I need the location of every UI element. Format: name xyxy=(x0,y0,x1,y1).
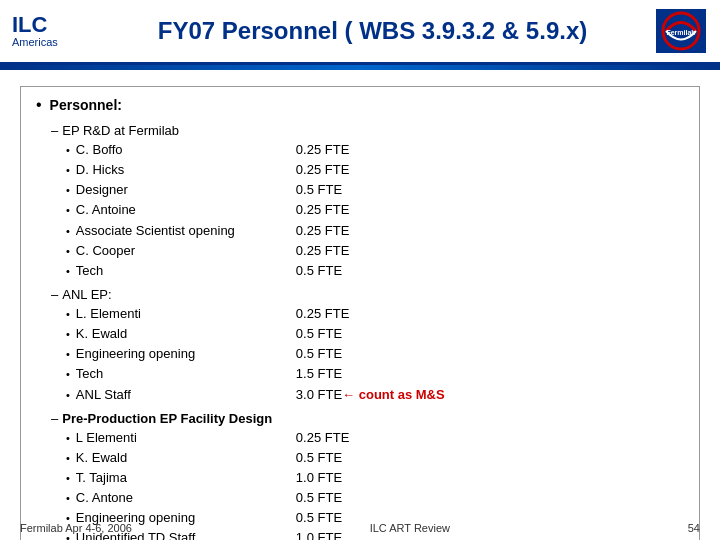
list-item: C. Antoine0.25 FTE xyxy=(66,200,684,220)
item-name: ANL Staff xyxy=(76,385,296,405)
footer-right: 54 xyxy=(688,522,700,534)
item-fte: 0.5 FTE xyxy=(296,344,342,364)
list-item: L. Elementi0.25 FTE xyxy=(66,304,684,324)
group-items-anl-ep: L. Elementi0.25 FTEK. Ewald0.5 FTEEngine… xyxy=(36,304,684,405)
list-item: C. Cooper0.25 FTE xyxy=(66,241,684,261)
svg-text:Fermilab: Fermilab xyxy=(666,29,695,36)
item-fte: 0.25 FTE xyxy=(296,140,349,160)
item-fte: 0.5 FTE xyxy=(296,180,342,200)
main-content: • Personnel: – EP R&D at FermilabC. Boff… xyxy=(0,70,720,540)
list-item: K. Ewald0.5 FTE xyxy=(66,448,684,468)
item-fte: 0.5 FTE xyxy=(296,448,342,468)
group-items-ep-rd: C. Boffo0.25 FTED. Hicks0.25 FTEDesigner… xyxy=(36,140,684,281)
org-sub: Americas xyxy=(12,36,92,48)
list-item: T. Tajima1.0 FTE xyxy=(66,468,684,488)
item-fte: 1.5 FTE xyxy=(296,364,342,384)
group-label-text: Pre-Production EP Facility Design xyxy=(62,411,272,426)
group-label-text: EP R&D at Fermilab xyxy=(62,123,179,138)
item-name: Designer xyxy=(76,180,296,200)
footer-left: Fermilab Apr 4-6, 2006 xyxy=(20,522,132,534)
item-fte: 3.0 FTE xyxy=(296,385,342,405)
item-name: C. Cooper xyxy=(76,241,296,261)
list-item: C. Antone0.5 FTE xyxy=(66,488,684,508)
item-fte: 1.0 FTE xyxy=(296,468,342,488)
list-item: Engineering opening0.5 FTE xyxy=(66,344,684,364)
group-label-text: ANL EP: xyxy=(62,287,111,302)
item-fte: 0.25 FTE xyxy=(296,160,349,180)
item-fte: 0.5 FTE xyxy=(296,324,342,344)
list-item: ANL Staff3.0 FTE ← count as M&S xyxy=(66,385,684,405)
item-name: T. Tajima xyxy=(76,468,296,488)
org-abbr: ILC xyxy=(12,14,92,36)
personnel-title: Personnel: xyxy=(50,97,122,113)
list-item: Tech1.5 FTE xyxy=(66,364,684,384)
item-name: L Elementi xyxy=(76,428,296,448)
group-label-anl-ep: – ANL EP: xyxy=(36,287,684,302)
page-title: FY07 Personnel ( WBS 3.9.3.2 & 5.9.x) xyxy=(92,17,653,45)
fermilab-logo: Fermilab xyxy=(653,6,708,56)
list-item: Tech0.5 FTE xyxy=(66,261,684,281)
item-name: C. Boffo xyxy=(76,140,296,160)
footer-center: ILC ART Review xyxy=(370,522,450,534)
item-name: Associate Scientist opening xyxy=(76,221,296,241)
group-label-ep-rd: – EP R&D at Fermilab xyxy=(36,123,684,138)
page-header: ILC Americas FY07 Personnel ( WBS 3.9.3.… xyxy=(0,0,720,65)
item-fte: 0.25 FTE xyxy=(296,304,349,324)
item-name: Engineering opening xyxy=(76,344,296,364)
item-name: L. Elementi xyxy=(76,304,296,324)
item-name: Tech xyxy=(76,261,296,281)
item-fte: 0.25 FTE xyxy=(296,241,349,261)
org-label: ILC Americas xyxy=(12,14,92,48)
list-item: K. Ewald0.5 FTE xyxy=(66,324,684,344)
item-note: ← count as M&S xyxy=(342,385,445,405)
content-box: • Personnel: – EP R&D at FermilabC. Boff… xyxy=(20,86,700,540)
list-item: D. Hicks0.25 FTE xyxy=(66,160,684,180)
group-anl-ep: – ANL EP:L. Elementi0.25 FTEK. Ewald0.5 … xyxy=(36,287,684,405)
item-fte: 0.5 FTE xyxy=(296,261,342,281)
item-fte: 0.25 FTE xyxy=(296,428,349,448)
personnel-groups: – EP R&D at FermilabC. Boffo0.25 FTED. H… xyxy=(36,123,684,540)
item-name: K. Ewald xyxy=(76,448,296,468)
item-fte: 0.25 FTE xyxy=(296,200,349,220)
item-name: D. Hicks xyxy=(76,160,296,180)
list-item: L Elementi0.25 FTE xyxy=(66,428,684,448)
list-item: Associate Scientist opening0.25 FTE xyxy=(66,221,684,241)
list-item: C. Boffo0.25 FTE xyxy=(66,140,684,160)
item-name: C. Antoine xyxy=(76,200,296,220)
list-item: Designer0.5 FTE xyxy=(66,180,684,200)
item-fte: 0.5 FTE xyxy=(296,488,342,508)
item-name: K. Ewald xyxy=(76,324,296,344)
item-name: C. Antone xyxy=(76,488,296,508)
page-footer: Fermilab Apr 4-6, 2006 ILC ART Review 54 xyxy=(0,522,720,534)
item-fte: 0.25 FTE xyxy=(296,221,349,241)
item-name: Tech xyxy=(76,364,296,384)
group-pre-prod: – Pre-Production EP Facility DesignL Ele… xyxy=(36,411,684,540)
group-ep-rd: – EP R&D at FermilabC. Boffo0.25 FTED. H… xyxy=(36,123,684,281)
group-label-pre-prod: – Pre-Production EP Facility Design xyxy=(36,411,684,426)
